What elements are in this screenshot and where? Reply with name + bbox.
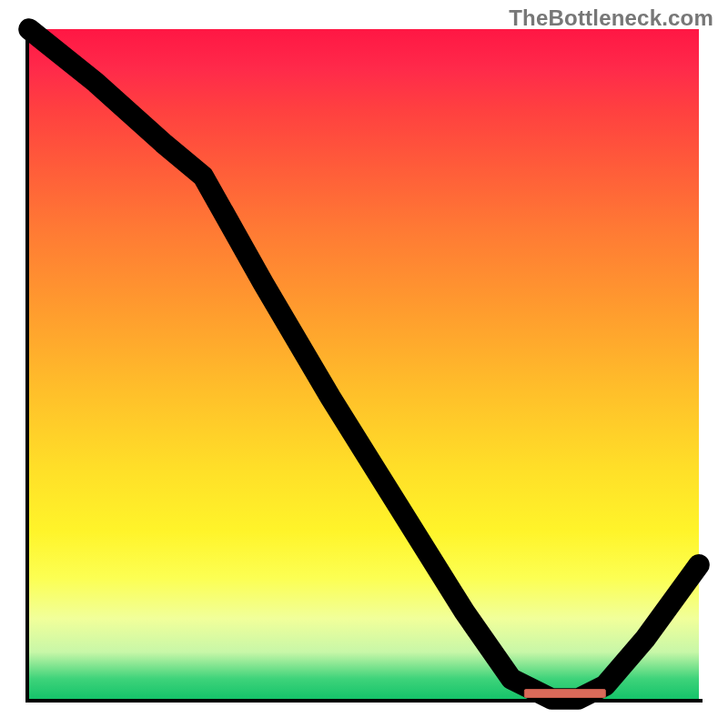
- plot-area: [29, 29, 699, 699]
- watermark-text: TheBottleneck.com: [509, 5, 713, 31]
- curve-svg: [29, 29, 699, 699]
- optimum-range-marker: [524, 689, 606, 698]
- chart-stage: TheBottleneck.com: [0, 0, 728, 728]
- bottleneck-curve: [29, 29, 699, 699]
